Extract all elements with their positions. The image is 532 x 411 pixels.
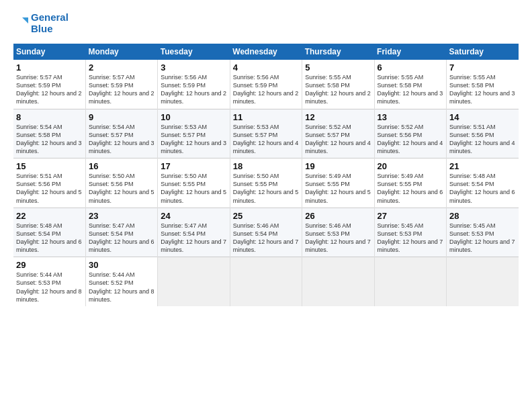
day-info: Sunrise: 5:51 AMSunset: 5:56 PMDaylight:… <box>16 172 83 205</box>
day-cell: 25 Sunrise: 5:46 AMSunset: 5:54 PMDaylig… <box>230 208 302 257</box>
day-number: 22 <box>16 211 83 221</box>
day-cell: 30 Sunrise: 5:44 AMSunset: 5:52 PMDaylig… <box>85 257 157 306</box>
day-cell: 5 Sunrise: 5:55 AMSunset: 5:58 PMDayligh… <box>302 60 374 109</box>
day-number: 7 <box>449 62 516 73</box>
col-header-monday: Monday <box>85 44 157 60</box>
day-info: Sunrise: 5:55 AMSunset: 5:58 PMDaylight:… <box>449 73 516 106</box>
day-info: Sunrise: 5:46 AMSunset: 5:54 PMDaylight:… <box>233 222 299 255</box>
day-number: 5 <box>305 62 371 73</box>
day-info: Sunrise: 5:53 AMSunset: 5:57 PMDaylight:… <box>233 123 299 156</box>
day-cell: 18 Sunrise: 5:50 AMSunset: 5:55 PMDaylig… <box>230 158 302 208</box>
day-info: Sunrise: 5:52 AMSunset: 5:56 PMDaylight:… <box>378 123 443 156</box>
day-number: 27 <box>378 211 443 221</box>
day-info: Sunrise: 5:55 AMSunset: 5:58 PMDaylight:… <box>378 73 443 106</box>
col-header-wednesday: Wednesday <box>230 44 302 60</box>
week-row-3: 15 Sunrise: 5:51 AMSunset: 5:56 PMDaylig… <box>13 158 519 208</box>
day-number: 6 <box>378 62 443 73</box>
day-cell: 23 Sunrise: 5:47 AMSunset: 5:54 PMDaylig… <box>85 208 157 257</box>
week-row-2: 8 Sunrise: 5:54 AMSunset: 5:58 PMDayligh… <box>13 109 519 158</box>
page: General Blue SundayMondayTuesdayWednesda… <box>0 0 532 313</box>
week-row-5: 29 Sunrise: 5:44 AMSunset: 5:53 PMDaylig… <box>13 257 519 306</box>
day-cell: 11 Sunrise: 5:53 AMSunset: 5:57 PMDaylig… <box>230 109 302 158</box>
week-row-1: 1 Sunrise: 5:57 AMSunset: 5:59 PMDayligh… <box>13 60 519 109</box>
day-number: 21 <box>449 161 516 171</box>
day-cell: 27 Sunrise: 5:45 AMSunset: 5:53 PMDaylig… <box>374 208 446 257</box>
calendar-table: SundayMondayTuesdayWednesdayThursdayFrid… <box>13 44 519 306</box>
day-info: Sunrise: 5:45 AMSunset: 5:53 PMDaylight:… <box>378 222 443 255</box>
day-info: Sunrise: 5:48 AMSunset: 5:54 PMDaylight:… <box>449 172 516 205</box>
day-cell: 21 Sunrise: 5:48 AMSunset: 5:54 PMDaylig… <box>447 158 519 208</box>
day-cell <box>447 257 519 306</box>
day-info: Sunrise: 5:51 AMSunset: 5:56 PMDaylight:… <box>449 123 516 156</box>
day-info: Sunrise: 5:50 AMSunset: 5:55 PMDaylight:… <box>233 172 299 205</box>
day-cell: 2 Sunrise: 5:57 AMSunset: 5:59 PMDayligh… <box>85 60 157 109</box>
day-number: 15 <box>16 161 83 171</box>
day-cell: 8 Sunrise: 5:54 AMSunset: 5:58 PMDayligh… <box>13 109 85 158</box>
logo-svg <box>13 16 28 31</box>
day-number: 13 <box>378 112 443 122</box>
day-info: Sunrise: 5:47 AMSunset: 5:54 PMDaylight:… <box>161 222 226 255</box>
day-cell: 7 Sunrise: 5:55 AMSunset: 5:58 PMDayligh… <box>447 60 519 109</box>
day-cell: 26 Sunrise: 5:46 AMSunset: 5:53 PMDaylig… <box>302 208 374 257</box>
day-number: 25 <box>233 211 299 221</box>
day-cell: 14 Sunrise: 5:51 AMSunset: 5:56 PMDaylig… <box>447 109 519 158</box>
day-cell: 10 Sunrise: 5:53 AMSunset: 5:57 PMDaylig… <box>158 109 230 158</box>
day-cell: 19 Sunrise: 5:49 AMSunset: 5:55 PMDaylig… <box>302 158 374 208</box>
day-info: Sunrise: 5:56 AMSunset: 5:59 PMDaylight:… <box>233 73 299 106</box>
day-cell: 9 Sunrise: 5:54 AMSunset: 5:57 PMDayligh… <box>85 109 157 158</box>
day-info: Sunrise: 5:45 AMSunset: 5:53 PMDaylight:… <box>449 222 516 255</box>
day-info: Sunrise: 5:50 AMSunset: 5:56 PMDaylight:… <box>89 172 154 205</box>
day-cell <box>230 257 302 306</box>
header: General Blue <box>13 12 519 34</box>
day-cell: 29 Sunrise: 5:44 AMSunset: 5:53 PMDaylig… <box>13 257 85 306</box>
col-header-saturday: Saturday <box>447 44 519 60</box>
day-cell <box>302 257 374 306</box>
day-number: 17 <box>161 161 226 171</box>
day-number: 18 <box>233 161 299 171</box>
day-info: Sunrise: 5:53 AMSunset: 5:57 PMDaylight:… <box>161 123 226 156</box>
day-info: Sunrise: 5:52 AMSunset: 5:57 PMDaylight:… <box>305 123 371 156</box>
day-cell: 28 Sunrise: 5:45 AMSunset: 5:53 PMDaylig… <box>447 208 519 257</box>
day-number: 2 <box>89 62 154 73</box>
day-info: Sunrise: 5:44 AMSunset: 5:52 PMDaylight:… <box>89 271 154 304</box>
day-number: 11 <box>233 112 299 122</box>
day-cell: 15 Sunrise: 5:51 AMSunset: 5:56 PMDaylig… <box>13 158 85 208</box>
day-number: 30 <box>89 260 154 270</box>
day-cell: 20 Sunrise: 5:49 AMSunset: 5:55 PMDaylig… <box>374 158 446 208</box>
day-number: 8 <box>16 112 83 122</box>
day-info: Sunrise: 5:57 AMSunset: 5:59 PMDaylight:… <box>16 73 83 106</box>
svg-marker-0 <box>22 17 28 24</box>
day-info: Sunrise: 5:46 AMSunset: 5:53 PMDaylight:… <box>305 222 371 255</box>
day-info: Sunrise: 5:44 AMSunset: 5:53 PMDaylight:… <box>16 271 83 304</box>
day-cell: 22 Sunrise: 5:48 AMSunset: 5:54 PMDaylig… <box>13 208 85 257</box>
day-number: 14 <box>449 112 516 122</box>
day-info: Sunrise: 5:49 AMSunset: 5:55 PMDaylight:… <box>305 172 371 205</box>
day-number: 24 <box>161 211 226 221</box>
day-number: 9 <box>89 112 154 122</box>
day-number: 10 <box>161 112 226 122</box>
day-cell: 4 Sunrise: 5:56 AMSunset: 5:59 PMDayligh… <box>230 60 302 109</box>
day-number: 16 <box>89 161 154 171</box>
day-cell: 16 Sunrise: 5:50 AMSunset: 5:56 PMDaylig… <box>85 158 157 208</box>
day-number: 1 <box>16 62 83 73</box>
day-info: Sunrise: 5:47 AMSunset: 5:54 PMDaylight:… <box>89 222 154 255</box>
day-info: Sunrise: 5:56 AMSunset: 5:59 PMDaylight:… <box>161 73 226 106</box>
day-number: 19 <box>305 161 371 171</box>
day-cell <box>374 257 446 306</box>
day-cell: 12 Sunrise: 5:52 AMSunset: 5:57 PMDaylig… <box>302 109 374 158</box>
day-cell: 17 Sunrise: 5:50 AMSunset: 5:55 PMDaylig… <box>158 158 230 208</box>
day-cell: 13 Sunrise: 5:52 AMSunset: 5:56 PMDaylig… <box>374 109 446 158</box>
day-info: Sunrise: 5:54 AMSunset: 5:57 PMDaylight:… <box>89 123 154 156</box>
day-cell: 1 Sunrise: 5:57 AMSunset: 5:59 PMDayligh… <box>13 60 85 109</box>
day-info: Sunrise: 5:48 AMSunset: 5:54 PMDaylight:… <box>16 222 83 255</box>
day-info: Sunrise: 5:54 AMSunset: 5:58 PMDaylight:… <box>16 123 83 156</box>
col-header-tuesday: Tuesday <box>158 44 230 60</box>
logo-blue-text: Blue <box>31 24 69 35</box>
logo: General Blue <box>13 12 69 34</box>
day-cell: 3 Sunrise: 5:56 AMSunset: 5:59 PMDayligh… <box>158 60 230 109</box>
day-info: Sunrise: 5:55 AMSunset: 5:58 PMDaylight:… <box>305 73 371 106</box>
day-info: Sunrise: 5:57 AMSunset: 5:59 PMDaylight:… <box>89 73 154 106</box>
day-number: 4 <box>233 62 299 73</box>
week-row-4: 22 Sunrise: 5:48 AMSunset: 5:54 PMDaylig… <box>13 208 519 257</box>
day-number: 26 <box>305 211 371 221</box>
